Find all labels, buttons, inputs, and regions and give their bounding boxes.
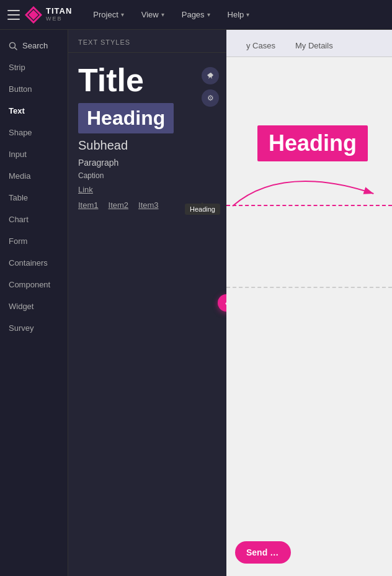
chevron-down-icon: ▾ [246, 11, 249, 18]
sidebar-item-strip[interactable]: Strip [0, 56, 68, 78]
selection-line-bottom [226, 287, 392, 288]
sidebar-item-widget[interactable]: Widget [0, 295, 68, 317]
selection-line-top [226, 205, 392, 206]
style-title-element[interactable]: Title [78, 63, 216, 98]
style-paragraph-element[interactable]: Paragraph [78, 158, 216, 168]
canvas-tabs: y Cases My Details [226, 30, 392, 57]
settings-button[interactable]: ⚙ [202, 89, 219, 107]
logo-titan-label: TITAN [46, 7, 72, 16]
panel-collapse-button[interactable]: ‹ [218, 294, 226, 312]
pointer-arrow [226, 156, 392, 218]
pin-button[interactable] [202, 67, 219, 84]
main-layout: Search Strip Button Text Shape Input Med… [0, 30, 392, 576]
sidebar-item-chart[interactable]: Chart [0, 209, 68, 230]
sidebar-item-component[interactable]: Component [0, 274, 68, 295]
sidebar-item-text[interactable]: Text [0, 100, 68, 122]
canvas-area: y Cases My Details Heading Send me [226, 30, 392, 576]
gear-icon: ⚙ [207, 94, 214, 102]
chevron-down-icon: ▾ [121, 11, 124, 18]
hamburger-menu[interactable] [7, 10, 20, 20]
style-link-element[interactable]: Link [78, 185, 216, 194]
nav-pages[interactable]: Pages ▾ [176, 7, 216, 22]
sidebar-item-survey[interactable]: Survey [0, 317, 68, 339]
send-message-button[interactable]: Send mes... [235, 541, 291, 564]
style-nav-items: Item1 Item2 Item3 [78, 200, 216, 210]
logo-diamond-icon [25, 6, 42, 24]
logo-area: TITAN WEB [25, 6, 72, 24]
style-subhead-element[interactable]: Subhead [78, 138, 216, 153]
panel-header: TEXT STYLES [68, 30, 226, 53]
sidebar-item-table[interactable]: Table [0, 187, 68, 209]
logo-text: TITAN WEB [46, 7, 72, 22]
nav-view[interactable]: View ▾ [135, 7, 171, 22]
sidebar-item-input[interactable]: Input [0, 143, 68, 165]
sidebar-item-button[interactable]: Button [0, 78, 68, 100]
style-nav-item-3[interactable]: Item3 [138, 200, 159, 210]
pin-icon [206, 71, 215, 80]
style-heading-element[interactable]: Heading [78, 103, 174, 133]
nav-help[interactable]: Help ▾ [221, 7, 256, 22]
chevron-left-icon: ‹ [225, 298, 226, 308]
canvas-heading-element[interactable]: Heading [257, 125, 368, 161]
tab-my-details[interactable]: My Details [285, 36, 343, 56]
panel-actions: ⚙ [202, 67, 219, 107]
style-nav-item-1[interactable]: Item1 [78, 200, 99, 210]
text-styles-panel: TEXT STYLES Title Heading Subhead Paragr… [68, 30, 226, 576]
style-caption-element[interactable]: Caption [78, 171, 216, 180]
sidebar-item-media[interactable]: Media [0, 165, 68, 187]
sidebar-item-containers[interactable]: Containers [0, 252, 68, 274]
left-sidebar: Search Strip Button Text Shape Input Med… [0, 30, 68, 576]
sidebar-item-shape[interactable]: Shape [0, 122, 68, 143]
svg-line-3 [15, 47, 17, 50]
style-nav-item-2[interactable]: Item2 [109, 200, 129, 210]
top-navigation: TITAN WEB Project ▾ View ▾ Pages ▾ Help … [0, 0, 392, 30]
chevron-down-icon: ▾ [161, 11, 164, 18]
search-icon [9, 42, 17, 50]
canvas-content: Heading [226, 57, 392, 576]
tab-my-cases[interactable]: y Cases [236, 36, 285, 56]
nav-project[interactable]: Project ▾ [87, 7, 130, 22]
chevron-down-icon: ▾ [207, 11, 210, 18]
logo-web-label: WEB [46, 16, 72, 22]
sidebar-item-form[interactable]: Form [0, 230, 68, 252]
search-button[interactable]: Search [0, 35, 68, 56]
